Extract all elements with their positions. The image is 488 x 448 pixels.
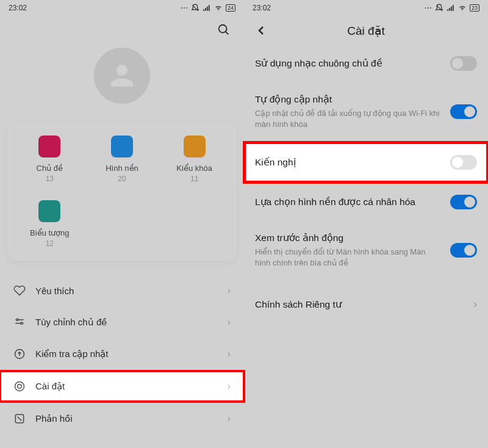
chevron-right-icon: ›: [228, 349, 231, 359]
menu-label: Yêu thích: [35, 286, 228, 296]
lock-icon: [184, 135, 206, 157]
status-more-icon: ⋯: [181, 4, 188, 12]
setting-title: Lựa chọn hình nền được cá nhân hóa: [255, 195, 442, 209]
setting-title: Tự động cập nhật: [255, 93, 442, 106]
setting-theme-ringtone[interactable]: Sử dụng nhạc chuông chủ đề: [244, 45, 488, 82]
setting-preview-animation[interactable]: Xem trước ảnh động Hiển thị chuyển đổi t…: [244, 220, 488, 280]
settings-screen: 23:02 ⋯ 23 Cài đặt Sử dụng nhạc chuông c…: [244, 0, 488, 448]
update-icon: [13, 348, 26, 360]
menu-label: Cài đặt: [35, 381, 228, 392]
svg-point-0: [219, 25, 227, 33]
wifi-icon: [458, 4, 467, 12]
signal-icon: [447, 4, 455, 12]
bell-off-icon: [435, 4, 443, 12]
svg-point-5: [21, 322, 23, 324]
status-bar: 23:02 ⋯ 23: [244, 0, 488, 16]
category-lockstyle[interactable]: Kiểu khóa 11: [158, 135, 231, 183]
header: Cài đặt: [244, 16, 488, 45]
theme-home-screen: 23:02 ⋯ 24 Chủ đề 13 Hình nền 20: [0, 0, 244, 448]
setting-title: Kiến nghị: [255, 156, 442, 169]
person-icon: [106, 59, 138, 92]
header: [0, 16, 244, 44]
category-iconpack[interactable]: Biểu tượng 12: [13, 200, 86, 248]
settings-icon: [13, 380, 26, 392]
category-theme[interactable]: Chủ đề 13: [13, 135, 86, 183]
chevron-right-icon: ›: [228, 381, 231, 392]
chevron-left-icon: [254, 23, 268, 38]
bell-off-icon: [191, 4, 199, 12]
category-count: 20: [118, 175, 126, 183]
category-label: Hình nền: [106, 164, 138, 173]
svg-point-8: [18, 385, 22, 389]
category-label: Chủ đề: [37, 164, 63, 173]
chevron-right-icon: ›: [228, 285, 231, 296]
wifi-icon: [214, 4, 223, 12]
feedback-icon: [13, 413, 26, 425]
toggle-preview-animation[interactable]: [450, 243, 477, 258]
page-title: Cài đặt: [347, 24, 385, 38]
status-bar: 23:02 ⋯ 24: [0, 0, 244, 16]
toggle-theme-ringtone[interactable]: [450, 56, 477, 71]
category-label: Kiểu khóa: [176, 164, 212, 173]
setting-subtitle: Cập nhật chủ đề đã tải xuống tự động qua…: [255, 108, 442, 130]
status-more-icon: ⋯: [425, 4, 432, 12]
search-icon: [217, 23, 231, 37]
menu-label: Phản hồi: [35, 413, 228, 424]
theme-icon: [38, 135, 60, 157]
menu-label: Tùy chỉnh chủ đề: [35, 317, 228, 328]
settings-list: Sử dụng nhạc chuông chủ đề Tự động cập n…: [244, 45, 488, 322]
menu-label: Kiểm tra cập nhật: [35, 349, 228, 359]
svg-point-7: [15, 382, 24, 391]
setting-recommendation[interactable]: Kiến nghị: [243, 141, 488, 184]
category-count: 13: [46, 175, 54, 183]
status-time: 23:02: [253, 4, 271, 12]
setting-auto-update[interactable]: Tự động cập nhật Cập nhật chủ đề đã tải …: [244, 82, 488, 141]
setting-title: Sử dụng nhạc chuông chủ đề: [255, 57, 442, 70]
menu-settings[interactable]: Cài đặt ›: [0, 370, 245, 403]
setting-title: Xem trước ảnh động: [255, 231, 442, 245]
setting-subtitle: Hiển thị chuyển đổi từ Màn hình khóa san…: [255, 247, 442, 269]
svg-point-3: [16, 319, 18, 320]
menu-feedback[interactable]: Phản hồi ›: [0, 403, 244, 435]
category-grid: Chủ đề 13 Hình nền 20 Kiểu khóa 11 Biểu …: [7, 122, 237, 261]
toggle-auto-update[interactable]: [450, 104, 477, 119]
category-label: Biểu tượng: [30, 228, 69, 237]
setting-title: Chính sách Riêng tư: [255, 298, 465, 311]
setting-privacy-policy[interactable]: Chính sách Riêng tư ›: [244, 287, 488, 322]
menu-favorites[interactable]: Yêu thích ›: [0, 275, 244, 306]
wallpaper-icon: [111, 135, 133, 157]
battery-level: 23: [470, 4, 479, 12]
avatar-section: [0, 48, 244, 104]
category-count: 11: [190, 175, 198, 183]
signal-icon: [203, 4, 211, 12]
search-button[interactable]: [216, 22, 232, 38]
menu-customize[interactable]: Tùy chỉnh chủ đề ›: [0, 306, 244, 338]
toggle-personalized-wallpaper[interactable]: [450, 195, 477, 209]
status-time: 23:02: [9, 4, 27, 12]
setting-personalized-wallpaper[interactable]: Lựa chọn hình nền được cá nhân hóa: [244, 184, 488, 220]
chevron-right-icon: ›: [228, 317, 231, 328]
chevron-right-icon: ›: [473, 298, 477, 311]
toggle-recommendation[interactable]: [450, 155, 477, 170]
back-button[interactable]: [254, 23, 268, 38]
iconpack-icon: [38, 200, 60, 222]
menu-list: Yêu thích › Tùy chỉnh chủ đề › Kiểm tra …: [0, 275, 244, 435]
battery-level: 24: [226, 4, 235, 12]
tune-icon: [13, 316, 26, 328]
heart-icon: [13, 284, 26, 297]
avatar[interactable]: [94, 48, 150, 104]
menu-check-update[interactable]: Kiểm tra cập nhật ›: [0, 338, 244, 370]
chevron-right-icon: ›: [228, 413, 231, 424]
category-count: 12: [46, 239, 54, 248]
svg-line-1: [226, 32, 229, 35]
category-wallpaper[interactable]: Hình nền 20: [86, 135, 159, 183]
